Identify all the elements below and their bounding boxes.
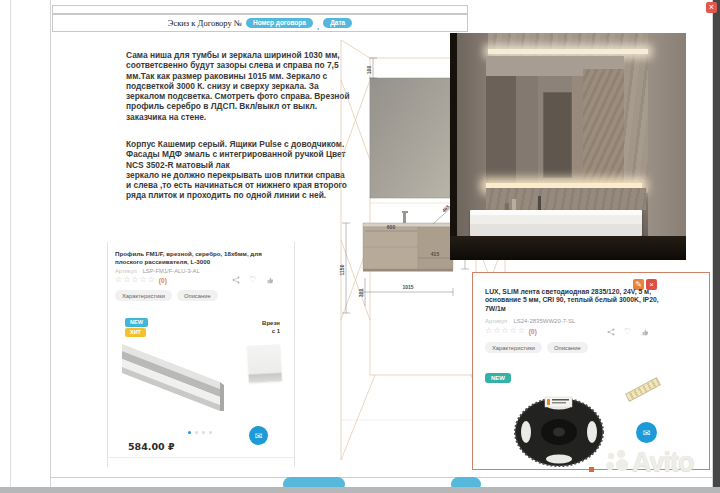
carousel-dot[interactable] (209, 431, 212, 434)
mirror-reflection-door (543, 92, 572, 178)
card-action-icons: ♡ (232, 276, 274, 284)
sku-row: Артикул LS24-2835WW20-7-SL (485, 318, 575, 324)
sku-value: LS24-2835WW20-7-SL (513, 318, 575, 324)
bottom-scrollbar (0, 487, 720, 493)
tab-specs[interactable]: Характеристики (485, 342, 542, 353)
avito-watermark-text: Avito (632, 447, 694, 478)
led-strip-fragment (625, 377, 661, 402)
chat-button[interactable]: ✉ (636, 422, 657, 443)
mirror-reflection-stone (583, 69, 624, 183)
card-tabs: Характеристики Описание (115, 290, 218, 301)
share-icon[interactable] (607, 328, 615, 336)
envelope-icon: ✉ (255, 431, 263, 441)
sku-value: LSP-FM1/F-ALU-3-AL (143, 268, 200, 274)
header-title-bar: Эскиз к Договору № Номер договора , Дата (52, 14, 468, 32)
card-action-icons: ♡ (607, 328, 649, 336)
dim-floor-height: 1150 (339, 264, 345, 275)
dim-niche-top: 100 (366, 66, 372, 75)
share-icon[interactable] (232, 276, 240, 284)
sku-label: Артикул (115, 268, 137, 274)
left-guide-line (10, 0, 11, 487)
carousel-dots (188, 431, 212, 434)
dim-door-width: 415 (431, 251, 440, 257)
avito-logo-icon (602, 448, 632, 478)
card-divider (108, 457, 294, 458)
product-image-profile[interactable] (118, 330, 226, 414)
new-badge: NEW (125, 318, 148, 327)
close-icon[interactable]: × (706, 2, 717, 13)
right-wall (648, 33, 686, 260)
star-rating[interactable]: ☆☆☆☆☆ (485, 327, 526, 335)
right-edge-bar (713, 0, 720, 493)
carousel-dot[interactable] (195, 431, 198, 434)
note-paragraph-2: Корпус Кашемир серый. Ящики Pulse с дово… (126, 139, 351, 201)
dim-total-width: 1015 (402, 284, 413, 290)
bathroom-photo (450, 33, 686, 260)
rating-count: (0) (529, 328, 537, 335)
led-glow-top (488, 49, 648, 54)
like-icon[interactable] (266, 276, 274, 284)
product-price: 584.00 ₽ (128, 441, 175, 452)
favorite-icon[interactable]: ♡ (249, 276, 257, 284)
new-badge: NEW (485, 373, 511, 383)
header-empty-field[interactable] (52, 5, 468, 14)
under-counter-shadow (450, 236, 686, 260)
envelope-icon: ✉ (643, 428, 651, 438)
page-title: Эскиз к Договору № (168, 18, 242, 28)
card-tabs: Характеристики Описание (485, 342, 588, 353)
dim-bottom-offset: 300 (358, 289, 364, 298)
mirror (486, 56, 624, 183)
date-button[interactable]: Дата (323, 18, 352, 29)
tab-description[interactable]: Описание (177, 290, 218, 301)
dim-drawer-width: 600 (387, 224, 396, 230)
like-icon[interactable] (641, 328, 649, 336)
neighbor-card-title-fragment: Врезн с 1 (246, 320, 280, 336)
neighbor-card-image[interactable] (247, 344, 282, 383)
chat-button[interactable]: ✉ (249, 426, 268, 445)
editor-canvas: Эскиз к Договору № Номер договора , Дата… (0, 0, 720, 493)
tab-specs[interactable]: Характеристики (115, 290, 172, 301)
sink-counter (470, 210, 642, 236)
rating-row: ☆☆☆☆☆ (0) (115, 276, 167, 284)
rating-row: ☆☆☆☆☆ (0) (485, 327, 537, 335)
mirror-shape (370, 78, 450, 198)
tab-description[interactable]: Описание (547, 342, 588, 353)
backsplash (486, 188, 646, 210)
star-rating[interactable]: ☆☆☆☆☆ (115, 276, 156, 284)
favorite-icon[interactable]: ♡ (624, 328, 632, 336)
rating-count: (0) (159, 277, 167, 284)
note-paragraph-1: Сама ниша для тумбы и зеркала шириной 10… (126, 50, 351, 122)
faucet (538, 196, 541, 211)
left-product-card: Профиль FM1/F, врезной, серебро, 18х6мм,… (107, 242, 295, 467)
product-title[interactable]: LUX, SLIM лента светодиодная 2835/120, 2… (485, 288, 661, 313)
selected-product-card[interactable]: ✎ × LUX, SLIM лента светодиодная 2835/12… (472, 272, 710, 470)
carousel-dot[interactable] (188, 431, 191, 434)
product-image-led-reel[interactable] (513, 395, 605, 469)
product-title[interactable]: Профиль FM1/F, врезной, серебро, 18х6мм,… (115, 250, 273, 266)
sku-label: Артикул (485, 318, 507, 324)
vanity-shape (363, 211, 453, 272)
sku-row: Артикул LSP-FM1/F-ALU-3-AL (115, 268, 200, 274)
contract-number-button[interactable]: Номер договора (246, 18, 313, 29)
photo-left-edge (450, 33, 457, 260)
header-separator: , (317, 22, 319, 31)
avito-watermark: Avito (602, 447, 694, 478)
carousel-dot[interactable] (202, 431, 205, 434)
resize-handle[interactable] (589, 467, 594, 472)
